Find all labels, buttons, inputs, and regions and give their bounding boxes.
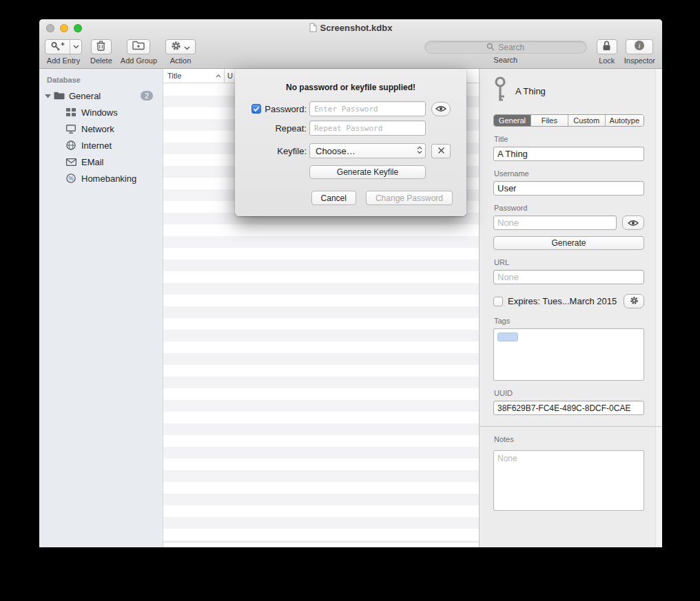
search-input[interactable]: Search xyxy=(424,41,587,54)
lock-icon xyxy=(602,40,611,54)
sidebar-item-windows[interactable]: Windows xyxy=(39,104,163,120)
gear-icon xyxy=(630,296,639,307)
sidebar-group-general[interactable]: General 2 xyxy=(39,87,163,104)
inspector-panel: A Thing General Files Custom Autotype Ti… xyxy=(479,69,662,547)
add-entry-button[interactable] xyxy=(45,39,82,54)
tab-general[interactable]: General xyxy=(494,115,531,126)
change-password-sheet: No password or keyfile supplied! Passwor… xyxy=(235,69,466,216)
folder-icon xyxy=(54,92,69,100)
inspector-scrollbar[interactable] xyxy=(655,69,662,547)
title-input[interactable] xyxy=(493,147,644,161)
lock-button[interactable] xyxy=(597,39,617,54)
screen: Screenshot.kdbx Add Entry xyxy=(0,0,700,601)
add-group-button[interactable] xyxy=(127,39,150,54)
action-group: Action xyxy=(165,39,196,65)
password-checkbox[interactable] xyxy=(251,104,261,114)
entry-title: A Thing xyxy=(515,86,546,96)
monitor-icon xyxy=(66,125,81,134)
window-chrome: Screenshot.kdbx Add Entry xyxy=(39,19,662,69)
tab-autotype[interactable]: Autotype xyxy=(606,115,644,126)
reveal-password-button[interactable] xyxy=(622,215,644,230)
keyfile-dropdown[interactable]: Choose… xyxy=(309,143,426,158)
trash-icon xyxy=(96,41,105,54)
group-count-badge: 2 xyxy=(141,91,153,101)
key-plus-icon xyxy=(45,40,70,54)
inspector-group: i Inspector xyxy=(624,39,655,65)
sidebar-item-label: Internet xyxy=(81,140,112,151)
envelope-icon xyxy=(66,158,81,166)
inspector-header: A Thing xyxy=(493,77,644,105)
change-password-button[interactable]: Change Password xyxy=(366,191,453,205)
sidebar-item-homebanking[interactable]: % Homebanking xyxy=(39,170,163,187)
column-header-username[interactable]: U xyxy=(225,72,233,80)
entry-list-hscrollbar[interactable] xyxy=(163,542,479,547)
cancel-button[interactable]: Cancel xyxy=(311,191,356,205)
chevron-down-icon[interactable] xyxy=(70,40,81,54)
add-entry-label: Add Entry xyxy=(47,56,80,65)
inspector-button[interactable]: i xyxy=(626,39,653,54)
app-window: Screenshot.kdbx Add Entry xyxy=(39,19,662,547)
expires-label: Expires: Tues...March 2015 xyxy=(508,296,617,306)
expires-settings-button[interactable] xyxy=(624,294,644,308)
section-divider xyxy=(480,426,662,427)
notes-textarea[interactable] xyxy=(493,450,644,511)
lock-label: Lock xyxy=(599,56,615,65)
svg-text:%: % xyxy=(68,175,74,182)
password-label: Password xyxy=(494,204,644,212)
action-label: Action xyxy=(170,56,192,65)
generate-keyfile-button[interactable]: Generate Keyfile xyxy=(309,165,426,179)
title-label: Title xyxy=(494,135,644,143)
sidebar-section-header: Database xyxy=(39,69,163,87)
eye-icon xyxy=(628,217,639,229)
expires-checkbox[interactable] xyxy=(493,297,503,306)
check-icon xyxy=(253,106,260,112)
uuid-input[interactable] xyxy=(493,401,644,415)
add-group-label: Add Group xyxy=(121,56,157,65)
eye-icon xyxy=(435,103,446,115)
url-input[interactable] xyxy=(493,270,644,284)
sidebar-item-label: EMail xyxy=(81,157,104,167)
username-input[interactable] xyxy=(493,181,644,196)
toolbar: Add Entry Delete xyxy=(39,37,662,69)
titlebar[interactable]: Screenshot.kdbx xyxy=(39,19,662,37)
sheet-reveal-password-button[interactable] xyxy=(431,102,451,116)
disclosure-triangle-icon[interactable] xyxy=(45,94,54,98)
sidebar-item-email[interactable]: EMail xyxy=(39,154,163,170)
svg-text:i: i xyxy=(639,41,641,50)
sidebar-item-network[interactable]: Network xyxy=(39,120,163,137)
updown-chevrons-icon xyxy=(417,146,422,156)
sheet-repeat-label: Repeat: xyxy=(275,123,307,134)
column-username-text: U xyxy=(227,72,233,80)
close-x-icon xyxy=(438,145,445,157)
sidebar-item-internet[interactable]: Internet xyxy=(39,137,163,154)
column-title-text: Title xyxy=(167,72,181,80)
inspector-tabs: General Files Custom Autotype xyxy=(493,114,644,127)
tab-custom[interactable]: Custom xyxy=(568,115,606,126)
lock-group: Lock xyxy=(597,39,617,65)
clear-keyfile-button[interactable] xyxy=(431,144,451,158)
delete-label: Delete xyxy=(90,56,112,65)
tags-field[interactable] xyxy=(493,328,644,381)
sheet-message: No password or keyfile supplied! xyxy=(235,69,466,92)
window-title: Screenshot.kdbx xyxy=(39,23,662,34)
key-icon xyxy=(493,76,507,105)
sheet-keyfile-label: Keyfile: xyxy=(277,146,307,156)
chevron-down-icon xyxy=(184,41,190,53)
sidebar-item-label: Homebanking xyxy=(81,173,136,184)
delete-button[interactable] xyxy=(91,39,112,54)
sheet-password-input[interactable] xyxy=(309,101,426,116)
tag-chip[interactable] xyxy=(497,333,518,341)
column-header-title[interactable]: Title xyxy=(163,72,224,80)
sidebar-group-label: General xyxy=(69,91,101,101)
generate-password-button[interactable]: Generate xyxy=(493,236,644,250)
action-button[interactable] xyxy=(165,39,196,54)
sheet-repeat-input[interactable] xyxy=(309,120,426,136)
tab-files[interactable]: Files xyxy=(531,115,568,126)
search-group: Search Search xyxy=(424,39,587,64)
globe-icon xyxy=(66,140,81,150)
tags-label: Tags xyxy=(494,317,644,325)
username-label: Username xyxy=(494,169,644,178)
sort-ascending-icon xyxy=(216,74,221,78)
percent-coin-icon: % xyxy=(66,173,81,183)
password-input[interactable] xyxy=(493,215,617,230)
